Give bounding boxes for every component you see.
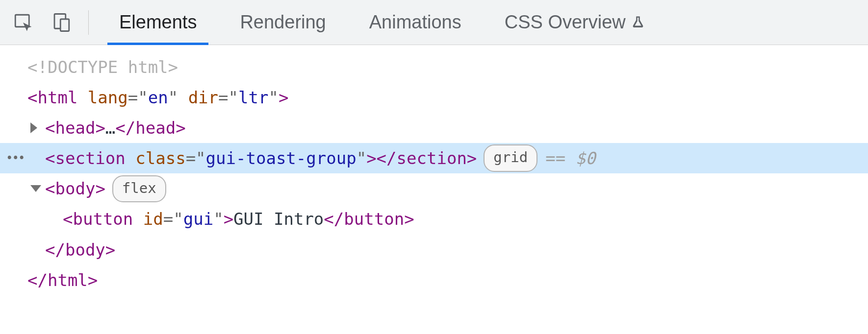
toolbar-divider [88,10,89,35]
dom-node-html-close[interactable]: </html> [0,265,868,295]
devtools-toolbar: Elements Rendering Animations CSS Overvi… [0,0,868,45]
dom-node-body-close[interactable]: </body> [0,235,868,265]
layout-badge-flex[interactable]: flex [112,175,166,203]
dom-node-html-open[interactable]: <html lang="en" dir="ltr"> [0,82,868,113]
tab-label: Rendering [240,12,326,33]
tab-label: Elements [119,12,197,33]
tab-rendering[interactable]: Rendering [218,0,347,45]
svg-rect-2 [60,19,69,31]
collapse-arrow-icon[interactable] [30,185,41,192]
device-toggle-icon[interactable] [49,10,74,35]
dom-node-body-open[interactable]: <body> flex [0,173,868,204]
inspect-element-icon[interactable] [11,10,35,35]
beaker-icon [631,15,645,30]
selected-node-hint: == $0 [545,144,595,172]
tab-label: CSS Overview [505,12,626,33]
dom-node-button[interactable]: <button id="gui"> GUI Intro </button> [0,204,868,234]
dom-node-head[interactable]: <head>…</head> [0,113,868,143]
layout-badge-grid[interactable]: grid [484,144,537,172]
expand-arrow-icon[interactable] [30,122,37,133]
elements-dom-tree[interactable]: <!DOCTYPE html> <html lang="en" dir="ltr… [0,45,868,310]
doctype-text: <!DOCTYPE html> [27,53,178,81]
dom-node-section[interactable]: <section class="gui-toast-group"></secti… [0,143,868,173]
tab-elements[interactable]: Elements [98,0,218,45]
tab-label: Animations [369,12,461,33]
dom-node-doctype[interactable]: <!DOCTYPE html> [0,52,868,82]
tab-animations[interactable]: Animations [348,0,483,45]
panel-tabs: Elements Rendering Animations CSS Overvi… [98,0,667,45]
tab-css-overview[interactable]: CSS Overview [483,0,667,45]
